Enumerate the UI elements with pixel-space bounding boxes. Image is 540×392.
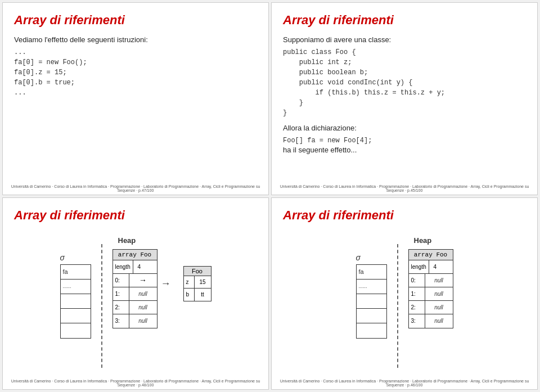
cell-2-4: null [425, 301, 453, 314]
array-foo-box: array Foo length 4 0: → [112, 249, 158, 328]
index-0: 0: [113, 277, 129, 283]
slide-3-title: Array di riferimenti [14, 208, 257, 223]
index-0-4: 0: [409, 277, 425, 283]
stack-row-empty2 [61, 309, 91, 323]
index-2: 2: [113, 304, 129, 310]
heap-section: Heap array Foo length 4 0: → [112, 236, 212, 328]
slide-2-body: Supponiamo di avere una classe: public c… [283, 35, 526, 181]
stack-row-empty3 [61, 323, 91, 338]
null-1: null [138, 291, 147, 297]
length-label: length [113, 264, 133, 270]
slide-2-extra-code: Foo[] fa = new Foo[4]; [283, 136, 526, 146]
array-row-3-4: 3: null [409, 314, 453, 328]
slide-4-diagram: σ fa ...... Heap array Foo length [283, 236, 526, 376]
slide-1-footer: Università di Camerino · Corso di Laurea… [3, 184, 268, 192]
fa-label-4: fa [359, 268, 364, 275]
stack-row-fa: fa [61, 265, 91, 280]
cell-1: null [129, 287, 157, 300]
slide-3-footer: Università di Camerino · Corso di Laurea… [3, 379, 268, 387]
dashed-divider [101, 244, 102, 368]
foo-field-b: b [184, 291, 194, 298]
foo-row-z: z 15 [184, 276, 211, 289]
cell-3-4: null [425, 314, 453, 328]
slide-2: Array di riferimenti Supponiamo di avere… [271, 2, 538, 195]
null-3-4: null [434, 318, 443, 324]
array-foo-box-4: array Foo length 4 0: null 1: null [408, 249, 453, 328]
slide-2-intro: Supponiamo di avere una classe: [283, 35, 526, 44]
array-row-0: 0: → [113, 274, 157, 287]
stack-row-dots-4: ...... [357, 280, 386, 294]
slide-3-diagram: σ fa ...... Heap array Foo [14, 236, 257, 376]
heap-label: Heap [118, 236, 136, 245]
slide-2-extra: Allora la dichiarazione: [283, 124, 526, 132]
slide-1-title: Array di riferimenti [14, 13, 257, 28]
dots-label-4: ...... [359, 283, 367, 289]
heap-row: array Foo length 4 0: → [112, 249, 212, 328]
length-cell: 4 [133, 260, 145, 273]
cell-0-4: null [425, 274, 453, 287]
length-row: length 4 [113, 260, 157, 274]
length-cell-4: 4 [429, 260, 441, 273]
foo-field-z: z [184, 279, 194, 285]
index-3-4: 3: [409, 318, 425, 324]
array-foo-header-4: array Foo [409, 250, 453, 260]
slide-2-extra2: ha il seguente effetto... [283, 146, 526, 154]
array-row-2-4: 2: null [409, 301, 453, 314]
null-2: null [138, 304, 147, 310]
slide-4-footer: Università di Camerino · Corso di Laurea… [272, 379, 537, 387]
heap-section-4: Heap array Foo length 4 0: null 1: null [408, 236, 453, 328]
stack-section: σ fa ...... [60, 236, 91, 339]
index-3: 3: [113, 318, 129, 324]
stack-section-4: σ fa ...... [356, 236, 387, 339]
slide-1-intro: Vediamo l'effetto delle seguenti istruzi… [14, 35, 257, 44]
stack-row-fa-4: fa [357, 265, 386, 280]
array-row-0-4: 0: null [409, 274, 453, 287]
null-1-4: null [434, 291, 443, 297]
null-3: null [138, 318, 147, 324]
arrow-icon: → [161, 278, 171, 289]
slide-2-footer: Università di Camerino · Corso di Laurea… [272, 184, 537, 192]
slide-1: Array di riferimenti Vediamo l'effetto d… [2, 2, 269, 195]
foo-val-z: 15 [194, 276, 211, 288]
cell-2: null [129, 301, 157, 314]
cell-0: → [129, 274, 157, 287]
heap-label-4: Heap [414, 236, 432, 245]
foo-box: Foo z 15 b tt [183, 266, 212, 301]
slide-3: Array di riferimenti σ fa ...... Heap [2, 197, 269, 390]
index-1: 1: [113, 291, 129, 297]
slide-2-code: public class Foo { public int z; public … [283, 47, 526, 118]
foo-val-b: tt [194, 289, 211, 301]
stack-row-empty1 [61, 294, 91, 309]
foo-row-b: b tt [184, 289, 211, 301]
cell-1-4: null [425, 287, 453, 300]
array-row-1: 1: null [113, 287, 157, 301]
slide-4: Array di riferimenti σ fa ...... Heap [271, 197, 538, 390]
index-2-4: 2: [409, 304, 425, 310]
slide-1-body: Vediamo l'effetto delle seguenti istruzi… [14, 35, 257, 181]
stack-box-4: fa ...... [356, 264, 387, 339]
stack-row-e3-4 [357, 323, 386, 338]
length-label-4: length [409, 264, 429, 270]
index-1-4: 1: [409, 291, 425, 297]
fa-label: fa [63, 268, 68, 275]
cell-3: null [129, 314, 157, 328]
arrow-indicator: → [139, 276, 147, 285]
arrow-to-foo: → [158, 249, 174, 289]
dashed-divider-4 [397, 244, 398, 368]
length-row-4: length 4 [409, 260, 453, 274]
array-foo-container: array Foo length 4 0: → [112, 249, 158, 328]
slide-1-code: ... fa[0] = new Foo(); fa[0].z = 15; fa[… [14, 47, 257, 98]
foo-header: Foo [184, 267, 211, 276]
array-row-3: 3: null [113, 314, 157, 328]
sigma-label-4: σ [356, 253, 361, 262]
stack-row-e2-4 [357, 309, 386, 323]
array-row-2: 2: null [113, 301, 157, 314]
array-row-1-4: 1: null [409, 287, 453, 301]
stack-row-dots: ...... [61, 280, 91, 294]
null-2-4: null [434, 304, 443, 310]
slide-4-title: Array di riferimenti [283, 208, 526, 223]
slide-2-title: Array di riferimenti [283, 13, 526, 28]
dots-label: ...... [63, 283, 71, 289]
null-0-4: null [434, 277, 443, 283]
stack-box: fa ...... [60, 264, 91, 339]
